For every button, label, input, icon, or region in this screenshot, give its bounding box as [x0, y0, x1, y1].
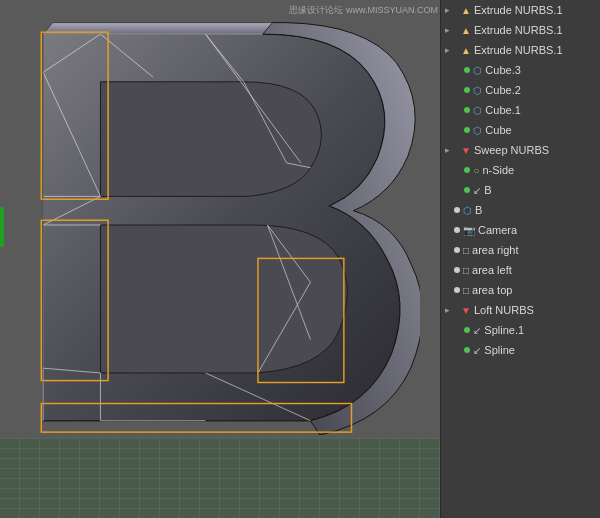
tree-item-extrude1[interactable]: ▸▲Extrude NURBS.1: [441, 0, 600, 20]
tree-item-spline1[interactable]: ↙Spline.1: [441, 320, 600, 340]
tree-item-b1[interactable]: ↙B: [441, 180, 600, 200]
item-icon: ⬡: [473, 125, 482, 136]
tree-item-area-top[interactable]: □area top: [441, 280, 600, 300]
tree-item-area-left[interactable]: □area left: [441, 260, 600, 280]
tree-item-extrude2[interactable]: ▸▲Extrude NURBS.1: [441, 20, 600, 40]
item-label: Sweep NURBS: [474, 144, 549, 156]
item-label: Cube.1: [485, 104, 520, 116]
no-expand: [455, 127, 461, 133]
tree-indent: [445, 165, 453, 176]
tree-item-camera[interactable]: 📷Camera: [441, 220, 600, 240]
item-label: B: [484, 184, 491, 196]
visibility-dot: [454, 227, 460, 233]
item-icon: □: [463, 285, 469, 296]
expand-arrow: ▸: [445, 45, 450, 55]
visibility-dot: [464, 87, 470, 93]
tree-item-extrude3[interactable]: ▸▲Extrude NURBS.1: [441, 40, 600, 60]
item-label: Extrude NURBS.1: [474, 4, 563, 16]
item-label: B: [475, 204, 482, 216]
no-expand: [455, 107, 461, 113]
no-expand: [445, 267, 451, 273]
watermark: 思缘设计论坛 www.MISSYUAN.COM: [289, 4, 438, 17]
visibility-dot: [464, 187, 470, 193]
tree-item-sweep[interactable]: ▸▼Sweep NURBS: [441, 140, 600, 160]
tree-indent: [445, 345, 453, 356]
tree-item-spline[interactable]: ↙Spline: [441, 340, 600, 360]
visibility-dot: [452, 147, 458, 153]
item-label: area left: [472, 264, 512, 276]
tree-item-cube2[interactable]: ⬡Cube.2: [441, 80, 600, 100]
tree-indent: [445, 325, 453, 336]
item-icon: ○: [473, 165, 479, 176]
item-label: Loft NURBS: [474, 304, 534, 316]
tree-item-cube3[interactable]: ⬡Cube.3: [441, 60, 600, 80]
item-icon: □: [463, 265, 469, 276]
tree-item-b2[interactable]: ⬡B: [441, 200, 600, 220]
item-icon: □: [463, 245, 469, 256]
item-label: Spline.1: [484, 324, 524, 336]
no-expand: [445, 247, 451, 253]
no-expand: [455, 347, 461, 353]
item-icon: 📷: [463, 225, 475, 236]
item-icon: ↙: [473, 185, 481, 196]
item-label: Cube: [485, 124, 511, 136]
scene-tree-panel[interactable]: ▸▲Extrude NURBS.1▸▲Extrude NURBS.1▸▲Extr…: [440, 0, 600, 518]
no-expand: [455, 187, 461, 193]
item-label: n-Side: [482, 164, 514, 176]
visibility-dot: [452, 7, 458, 13]
viewport[interactable]: 思缘设计论坛 www.MISSYUAN.COM: [0, 0, 440, 518]
tree-item-nside[interactable]: ○n-Side: [441, 160, 600, 180]
expand-arrow: ▸: [445, 145, 450, 155]
visibility-dot: [464, 347, 470, 353]
item-label: Camera: [478, 224, 517, 236]
visibility-dot: [464, 327, 470, 333]
no-expand: [445, 287, 451, 293]
item-icon: ⬡: [473, 65, 482, 76]
item-label: Spline: [484, 344, 515, 356]
no-expand: [445, 207, 451, 213]
item-icon: ▼: [461, 145, 471, 156]
tree-indent: [445, 65, 453, 76]
expand-arrow: ▸: [445, 25, 450, 35]
visibility-dot: [454, 267, 460, 273]
tree-indent: [445, 125, 453, 136]
item-label: Cube.2: [485, 84, 520, 96]
visibility-dot: [464, 107, 470, 113]
visibility-dot: [464, 167, 470, 173]
no-expand: [445, 227, 451, 233]
visibility-dot: [464, 67, 470, 73]
app: 思缘设计论坛 www.MISSYUAN.COM: [0, 0, 600, 518]
expand-arrow: ▸: [445, 305, 450, 315]
visibility-dot: [452, 47, 458, 53]
item-icon: ▼: [461, 305, 471, 316]
grid-floor: [0, 438, 440, 518]
visibility-dot: [452, 307, 458, 313]
item-icon: ▲: [461, 5, 471, 16]
visibility-dot: [452, 27, 458, 33]
tree-indent: [445, 185, 453, 196]
tree-item-loft[interactable]: ▸▼Loft NURBS: [441, 300, 600, 320]
tree-indent: [445, 85, 453, 96]
item-label: Extrude NURBS.1: [474, 44, 563, 56]
item-icon: ▲: [461, 25, 471, 36]
tree-item-cube[interactable]: ⬡Cube: [441, 120, 600, 140]
tree-item-area-right[interactable]: □area right: [441, 240, 600, 260]
visibility-dot: [454, 287, 460, 293]
item-icon: ▲: [461, 45, 471, 56]
green-bar: [0, 207, 4, 247]
no-expand: [455, 67, 461, 73]
tree-indent: [445, 105, 453, 116]
item-label: Cube.3: [485, 64, 520, 76]
tree-item-cube1[interactable]: ⬡Cube.1: [441, 100, 600, 120]
visibility-dot: [454, 207, 460, 213]
no-expand: [455, 327, 461, 333]
no-expand: [455, 167, 461, 173]
no-expand: [455, 87, 461, 93]
item-icon: ⬡: [463, 205, 472, 216]
item-icon: ⬡: [473, 105, 482, 116]
item-icon: ⬡: [473, 85, 482, 96]
item-icon: ↙: [473, 325, 481, 336]
item-label: Extrude NURBS.1: [474, 24, 563, 36]
b-letter-container: [10, 15, 420, 435]
expand-arrow: ▸: [445, 5, 450, 15]
